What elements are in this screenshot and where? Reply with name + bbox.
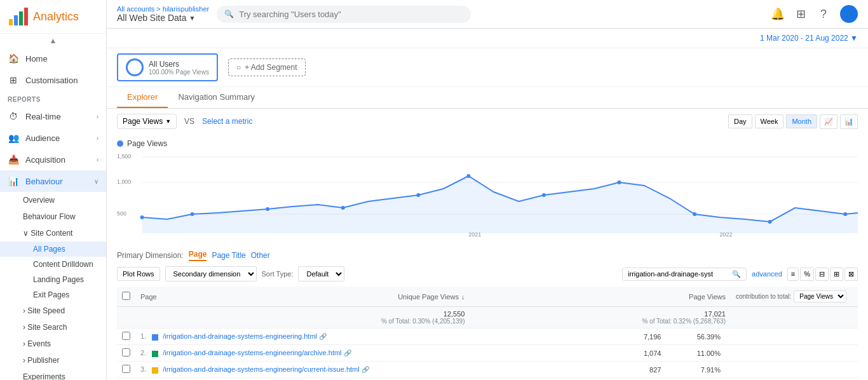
row-checkbox-cell (117, 362, 135, 378)
behaviour-label: Behaviour (25, 177, 63, 186)
table-row: 1. /irrigation-and-drainage-systems-engi… (117, 329, 858, 345)
sidebar-sub-all-pages[interactable]: All Pages (0, 241, 106, 257)
page-link[interactable]: /irrigation-and-drainage-systems-enginee… (163, 349, 341, 356)
date-range[interactable]: 1 Mar 2020 - 21 Aug 2022 ▼ (107, 29, 868, 48)
help-icon[interactable]: ? (817, 8, 830, 20)
apps-icon[interactable]: ⊞ (794, 8, 807, 20)
account-path[interactable]: All accounts > hilarispublisher (117, 5, 209, 13)
primary-metric-label: Page Views (123, 117, 163, 126)
summary-unique-views: 12,550 % of Total: 0.30% (4,205,139) (209, 307, 470, 329)
all-users-segment[interactable]: All Users 100.00% Page Views (117, 53, 218, 81)
search-filter[interactable]: 🔍 (622, 268, 747, 281)
unique-page-views-header[interactable]: Unique Page Views ↓ (209, 287, 470, 307)
sidebar-item-behaviour[interactable]: 📊 Behaviour ∨ (0, 170, 106, 192)
pivot-view-button[interactable]: ⊠ (844, 268, 858, 281)
dim-other[interactable]: Other (251, 251, 270, 260)
row-checkbox[interactable] (122, 348, 130, 356)
external-link-icon[interactable]: 🔗 (344, 349, 351, 356)
user-avatar[interactable]: 👤 (840, 5, 858, 23)
table-section: Primary Dimension: Page Page Title Other… (107, 245, 868, 380)
summary-checkbox-cell (117, 307, 135, 329)
sort-desc-icon: ↓ (461, 293, 465, 301)
tab-explorer[interactable]: Explorer (117, 87, 168, 108)
select-metric-link[interactable]: Select a metric (202, 117, 252, 126)
row-checkbox[interactable] (122, 332, 130, 340)
secondary-dimension-dropdown[interactable]: Secondary dimension (165, 266, 257, 282)
search-filter-input[interactable] (628, 270, 729, 278)
tab-navigation-summary[interactable]: Navigation Summary (168, 87, 265, 108)
page-header: Page (135, 287, 209, 307)
table-row: 4. /irrigation-and-drainage-systems-engi… (117, 378, 858, 381)
row-color-indicator (152, 351, 158, 357)
sidebar-sub-events[interactable]: › Events (0, 336, 106, 352)
site-selector[interactable]: All Web Site Data ▼ (117, 13, 209, 23)
svg-rect-3 (24, 8, 28, 25)
page-cell: 3. /irrigation-and-drainage-systems-engi… (135, 362, 618, 378)
external-link-icon[interactable]: 🔗 (319, 333, 327, 340)
add-icon: ○ (236, 63, 241, 72)
sidebar-sub-site-content[interactable]: ∨ Site Content (0, 225, 106, 241)
svg-point-18 (693, 212, 696, 216)
data-view-button[interactable]: ≡ (787, 268, 799, 281)
advanced-button[interactable]: advanced (752, 270, 782, 278)
sidebar-sub-overview[interactable]: Overview (0, 192, 106, 208)
chart-area: 1,500 1,000 500 (117, 151, 858, 240)
notifications-icon[interactable]: 🔔 (771, 8, 784, 20)
performance-view-button[interactable]: ⊟ (815, 268, 829, 281)
metric-controls: Page Views ▼ VS Select a metric Day Week… (107, 109, 868, 134)
sidebar-item-customisation[interactable]: ⊞ Customisation (0, 69, 106, 91)
table-header-row: Page Unique Page Views ↓ Page Views (117, 287, 858, 307)
dim-page[interactable]: Page (189, 250, 207, 261)
page-link[interactable]: /irrigation-and-drainage-systems-enginee… (163, 365, 359, 373)
percent-view-button[interactable]: % (800, 268, 814, 281)
primary-dimension-label: Primary Dimension: (117, 251, 184, 260)
chart-dot-icon (117, 140, 123, 147)
page-link[interactable]: /irrigation-and-drainage-systems-enginee… (163, 332, 317, 340)
external-link-icon[interactable]: 🔗 (362, 366, 369, 373)
week-button[interactable]: Week (755, 114, 784, 128)
chevron-right-icon: › (97, 113, 98, 120)
svg-point-15 (466, 174, 470, 178)
sidebar-item-audience[interactable]: 👥 Audience › (0, 127, 106, 149)
dim-page-title[interactable]: Page Title (212, 251, 245, 260)
data-rows-table: 1. /irrigation-and-drainage-systems-engi… (117, 329, 858, 380)
svg-rect-1 (14, 15, 18, 25)
sidebar-sub-experiments[interactable]: Experiments (0, 369, 106, 380)
search-input[interactable] (239, 10, 463, 19)
sidebar-item-realtime[interactable]: ⏱ Real-time › (0, 105, 106, 127)
day-button[interactable]: Day (728, 114, 752, 128)
primary-metric-dropdown[interactable]: Page Views ▼ (117, 114, 177, 129)
add-segment-button[interactable]: ○ + Add Segment (228, 58, 306, 76)
summary-contribution-cell (731, 307, 858, 329)
row-checkbox[interactable] (122, 365, 130, 373)
sort-type-dropdown[interactable]: Default (298, 266, 344, 282)
comparison-view-button[interactable]: ⊞ (830, 268, 843, 281)
date-range-dropdown-icon[interactable]: ▼ (850, 34, 858, 43)
sidebar-sub-publisher[interactable]: › Publisher (0, 352, 106, 369)
row-checkbox-cell (117, 329, 135, 345)
contribution-metric-select[interactable]: Page Views (794, 290, 846, 302)
time-period-buttons: Day Week Month 📈 📊 (728, 114, 858, 129)
sidebar: Analytics ▲ 🏠 Home ⊞ Customisation REPOR… (0, 0, 107, 380)
search-box[interactable]: 🔍 (217, 6, 471, 23)
sidebar-sub-landing-pages[interactable]: Landing Pages (0, 272, 106, 287)
table-row: 3. /irrigation-and-drainage-systems-engi… (117, 362, 858, 378)
sidebar-sub-behaviour-flow[interactable]: Behaviour Flow (0, 208, 106, 225)
bar-chart-button[interactable]: 📊 (840, 114, 858, 129)
month-button[interactable]: Month (786, 114, 817, 128)
all-users-percent: 100.00% Page Views (149, 69, 209, 76)
sidebar-item-acquisition[interactable]: 📥 Acquisition › (0, 149, 106, 170)
sidebar-sub-exit-pages[interactable]: Exit Pages (0, 287, 106, 302)
select-all-checkbox[interactable] (122, 292, 130, 300)
plot-rows-button[interactable]: Plot Rows (117, 267, 160, 281)
svg-point-19 (768, 220, 772, 224)
sidebar-item-home[interactable]: 🏠 Home (0, 48, 106, 69)
line-chart-button[interactable]: 📈 (820, 114, 837, 129)
sidebar-sub-site-speed[interactable]: › Site Speed (0, 302, 106, 319)
vs-label: VS (184, 117, 194, 126)
page-views-header[interactable]: Page Views (470, 287, 731, 307)
sidebar-sub-content-drilldown[interactable]: Content Drilldown (0, 257, 106, 272)
row-color-indicator (152, 367, 158, 374)
sidebar-sub-site-search[interactable]: › Site Search (0, 319, 106, 336)
scroll-up-button[interactable]: ▲ (0, 34, 106, 48)
